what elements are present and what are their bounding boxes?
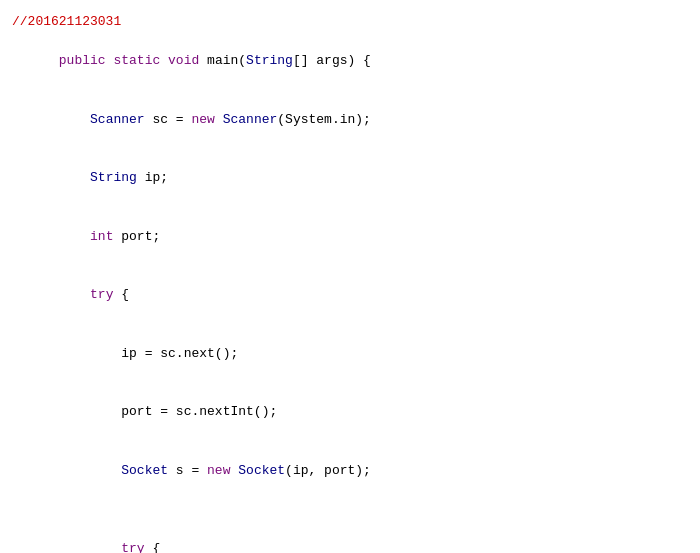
- code-line-1: public static void main(String[] args) {: [12, 32, 688, 91]
- code-line-3: String ip;: [12, 149, 688, 208]
- code-line-4: int port;: [12, 207, 688, 266]
- code-line-10: try {: [12, 519, 688, 553]
- code-line-7: port = sc.nextInt();: [12, 383, 688, 442]
- code-line-blank-1: [12, 500, 688, 520]
- code-line-6: ip = sc.next();: [12, 324, 688, 383]
- comment-header: //201621123031: [12, 12, 688, 32]
- code-line-2: Scanner sc = new Scanner(System.in);: [12, 90, 688, 149]
- code-container: //201621123031 public static void main(S…: [0, 0, 700, 553]
- code-line-5: try {: [12, 266, 688, 325]
- code-block: //201621123031 public static void main(S…: [0, 8, 700, 553]
- code-line-8: Socket s = new Socket(ip, port);: [12, 441, 688, 500]
